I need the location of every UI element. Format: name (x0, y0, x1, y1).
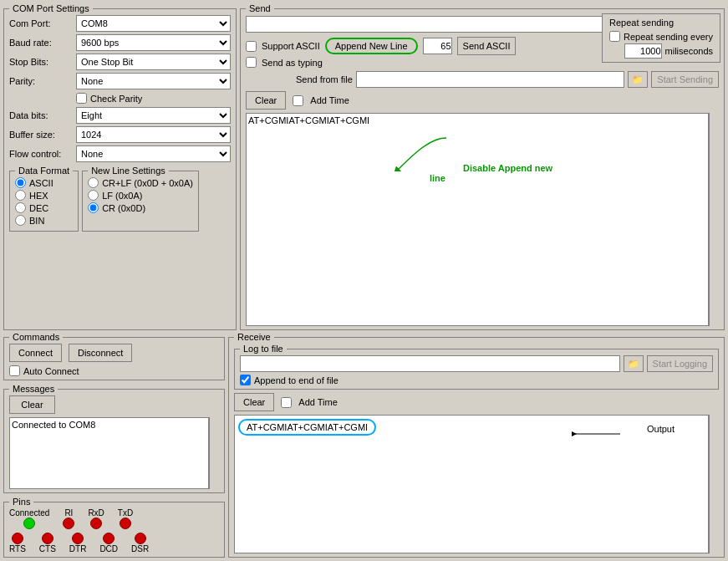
send-scrollbar[interactable] (709, 113, 719, 326)
append-to-file-checkbox[interactable] (240, 375, 251, 385)
repeat-sending-box: Repeat sending Repeat sending every mili… (602, 13, 720, 63)
data-format-fieldset: Data Format ASCII HEX DEC (9, 166, 79, 232)
bin-label: BIN (29, 216, 44, 226)
dsr-led (135, 533, 146, 544)
log-file-input[interactable] (240, 355, 620, 372)
data-format-title: Data Format (15, 166, 73, 176)
lf-label: LF (0x0A) (102, 191, 142, 201)
messages-clear-button[interactable]: Clear (9, 395, 55, 414)
send-file-input[interactable] (356, 71, 624, 88)
dsr-label: DSR (131, 544, 149, 553)
messages-text: Connected to COM8 (12, 420, 95, 430)
pins-title: Pins (9, 497, 33, 507)
commands-title: Commands (9, 332, 63, 342)
ri-label: RI (64, 508, 73, 518)
append-to-file-label: Append to end of file (254, 375, 339, 385)
receive-output-text: AT+CGMIAT+CGMIAT+CGMI (238, 419, 376, 436)
append-new-line-button[interactable]: Append New Line (325, 38, 418, 54)
send-as-typing-label: Send as typing (262, 58, 323, 68)
txd-label: TxD (118, 508, 133, 518)
auto-connect-checkbox[interactable] (9, 365, 20, 376)
rts-led (12, 533, 23, 544)
pins-panel: Pins Connected RI RxD TxD (3, 497, 225, 558)
cts-label: CTS (39, 544, 56, 553)
stop-bits-select[interactable]: One Stop Bit (76, 54, 231, 70)
data-bits-label: Data bits: (9, 110, 76, 120)
flow-control-label: Flow control: (9, 149, 76, 159)
ascii-radio[interactable] (15, 177, 26, 188)
dtr-led (72, 533, 84, 544)
commands-panel: Commands Connect Disconnect Auto Connect (3, 332, 225, 380)
log-folder-icon: 📁 (628, 359, 639, 370)
connect-button[interactable]: Connect (9, 344, 62, 362)
connected-led (23, 518, 35, 529)
log-to-file-fieldset: Log to file 📁 Start Logging Append to en… (234, 344, 719, 390)
parity-select[interactable]: None (76, 73, 231, 89)
flow-control-select[interactable]: None (76, 145, 231, 162)
cr-radio[interactable] (88, 202, 99, 213)
hex-label: HEX (29, 191, 48, 201)
check-parity-checkbox[interactable] (76, 93, 87, 104)
receive-add-time-checkbox[interactable] (281, 397, 292, 408)
support-ascii-checkbox[interactable] (246, 41, 257, 52)
ri-led (63, 518, 74, 529)
log-browse-button[interactable]: 📁 (624, 355, 644, 372)
send-panel: Send Repeat sending Repeat sending every… (240, 3, 725, 330)
receive-scrollbar[interactable] (709, 415, 719, 553)
repeat-value-input[interactable] (624, 43, 662, 59)
receive-add-time-label: Add Time (298, 397, 337, 407)
repeat-check-label: Repeat sending every (624, 32, 713, 42)
bin-radio[interactable] (15, 215, 26, 226)
connected-label: Connected (9, 508, 49, 518)
send-content-area: AT+CGMIAT+CGMIAT+CGMI (246, 113, 709, 326)
disconnect-button[interactable]: Disconnect (69, 344, 132, 362)
dec-label: DEC (29, 203, 48, 213)
send-clear-button[interactable]: Clear (246, 91, 286, 110)
check-parity-label: Check Parity (90, 94, 142, 104)
newline-title: New Line Settings (88, 166, 169, 176)
messages-scrollbar[interactable] (209, 417, 219, 489)
com-port-settings: COM Port Settings Com Port: COM8 Baud ra… (3, 3, 237, 330)
parity-label: Parity: (9, 76, 76, 86)
num-input[interactable] (423, 38, 452, 54)
com-port-label: Com Port: (9, 18, 76, 28)
send-as-typing-checkbox[interactable] (246, 57, 257, 68)
baud-rate-select[interactable]: 9600 bps (76, 34, 231, 51)
send-ascii-button[interactable]: Send ASCII (457, 37, 517, 55)
buffer-size-label: Buffer size: (9, 130, 76, 140)
add-time-label: Add Time (310, 95, 349, 105)
receive-clear-button[interactable]: Clear (234, 393, 274, 411)
lf-radio[interactable] (88, 190, 99, 201)
receive-title: Receive (234, 332, 274, 342)
com-port-select[interactable]: COM8 (76, 15, 231, 32)
send-content-text: AT+CGMIAT+CGMIAT+CGMI (248, 115, 369, 125)
newline-fieldset: New Line Settings CR+LF (0x0D + 0x0A) LF… (82, 166, 199, 232)
add-time-checkbox[interactable] (293, 95, 303, 106)
disable-annotation: Disable Append newline (430, 163, 552, 183)
dtr-label: DTR (69, 544, 87, 553)
dcd-label: DCD (99, 544, 118, 553)
receive-output-label: Output (647, 424, 675, 434)
crlf-radio[interactable] (88, 177, 99, 188)
ascii-label: ASCII (29, 178, 53, 188)
start-sending-button[interactable]: Start Sending (651, 71, 719, 88)
send-from-file-label: Send from file (296, 74, 353, 84)
file-browse-button[interactable]: 📁 (628, 71, 648, 88)
buffer-size-select[interactable]: 1024 (76, 126, 231, 143)
baud-rate-label: Baud rate: (9, 38, 76, 48)
crlf-label: CR+LF (0x0D + 0x0A) (102, 178, 193, 188)
start-logging-button[interactable]: Start Logging (647, 355, 713, 372)
messages-panel: Messages Clear Connected to COM8 (3, 384, 225, 493)
messages-title: Messages (9, 384, 58, 394)
hex-radio[interactable] (15, 190, 26, 201)
dec-radio[interactable] (15, 202, 26, 213)
miliseconds-label: miliseconds (665, 46, 713, 56)
messages-content-area: Connected to COM8 (9, 417, 209, 489)
rxd-led (90, 518, 102, 529)
data-bits-select[interactable]: Eight (76, 107, 231, 124)
stop-bits-label: Stop Bits: (9, 57, 76, 67)
repeat-checkbox[interactable] (609, 31, 620, 42)
rts-label: RTS (9, 544, 26, 553)
repeat-sending-label: Repeat sending (609, 18, 713, 28)
support-ascii-label: Support ASCII (262, 41, 320, 51)
